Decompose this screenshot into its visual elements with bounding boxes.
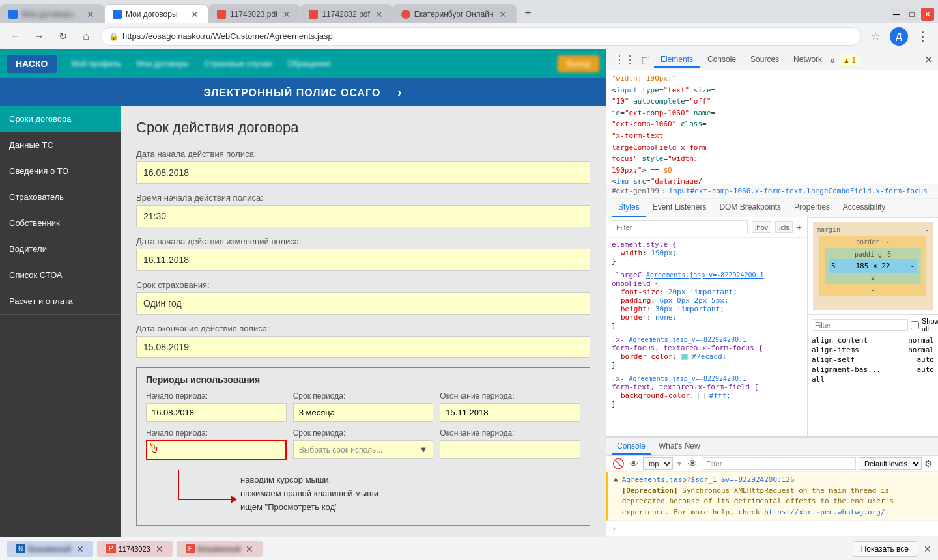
tab-close-5[interactable]: ✕ xyxy=(498,8,508,21)
style-block-large: .largeC Agreements.jasp_v=-822924200:1 o… xyxy=(612,271,802,330)
nav-appeals[interactable]: Обращения xyxy=(279,49,338,78)
header-arrow[interactable]: › xyxy=(397,85,403,99)
taskbar-close-3[interactable]: ✕ xyxy=(246,544,253,554)
devtools-inspect-icon[interactable]: ⬚ xyxy=(639,55,653,65)
taskbar-close-1[interactable]: ✕ xyxy=(76,544,84,554)
period-input-start-1[interactable] xyxy=(146,403,287,422)
taskbar-item-3[interactable]: P Безымянный ✕ xyxy=(177,541,263,557)
period-input-end-1[interactable] xyxy=(440,403,580,422)
label-end-date: Дата окончания действия полиса: xyxy=(136,324,590,333)
sidebar-item-drivers[interactable]: Водители xyxy=(0,236,121,262)
tab-close-3[interactable]: ✕ xyxy=(281,8,292,21)
code-line-6: "x-form-text xyxy=(612,130,933,142)
style-source-link-2[interactable]: Agreements.jasp_v=-822924200:1 xyxy=(629,336,747,343)
show-all-label: Show all xyxy=(922,317,938,333)
period-input-end-2[interactable] xyxy=(440,440,580,459)
tab-3[interactable]: 11743023.pdf ✕ xyxy=(208,4,300,23)
console-source-link[interactable]: Agreements.jasp?$scr_1 &v=-822924200:126 xyxy=(622,475,795,484)
tab-4[interactable]: 11742832.pdf ✕ xyxy=(300,4,392,23)
sidebar-item-insurer[interactable]: Страхователь xyxy=(0,184,121,210)
period-select-dur-2[interactable]: Выбрать срок исполь... ▼ xyxy=(293,440,434,459)
computed-filter-input[interactable] xyxy=(812,319,908,331)
breadcrumb-part-2[interactable]: input#ext-comp-1060.x-form-text.largeCom… xyxy=(668,187,927,195)
sidebar-item-vehicle[interactable]: Данные ТС xyxy=(0,132,121,158)
dropdown-arrow: ▼ xyxy=(675,459,683,468)
breadcrumb-part-1[interactable]: #ext-gen199 xyxy=(612,187,659,195)
nav-contracts[interactable]: Мои договоры xyxy=(129,49,197,78)
subtab-properties[interactable]: Properties xyxy=(788,199,836,217)
style-source-link-3[interactable]: Agreements.jasp_v=-822924200:1 xyxy=(629,375,747,382)
input-change-date[interactable] xyxy=(136,249,590,271)
console-context-dropdown[interactable]: top xyxy=(643,457,673,470)
style-block-element: element.style { width: 190px; } xyxy=(612,240,802,266)
menu-button[interactable]: ⋮ xyxy=(913,27,931,46)
show-all-checkbox[interactable] xyxy=(911,321,919,329)
back-button[interactable]: ← xyxy=(7,27,25,46)
tab-1[interactable]: Мои договоры ✕ xyxy=(0,4,104,23)
forward-button[interactable]: → xyxy=(30,27,48,46)
deprecation-help-link[interactable]: https://xhr.spec.whatwg.org/ xyxy=(764,508,885,516)
input-duration[interactable] xyxy=(136,292,590,315)
sidebar-item-to[interactable]: Сведения о ТО xyxy=(0,158,121,184)
devtools-tab-sources[interactable]: Sources xyxy=(744,52,786,68)
subtab-dom-breakpoints[interactable]: DOM Breakpoints xyxy=(713,199,788,217)
restore-button[interactable]: □ xyxy=(905,8,918,21)
taskbar-item-1[interactable]: N Безымянный ✕ xyxy=(7,541,93,557)
input-start-time[interactable] xyxy=(136,205,590,227)
period-label-dur-2: Срок периода: xyxy=(293,428,434,438)
show-all-button[interactable]: Показать все xyxy=(853,541,917,557)
tab-2[interactable]: Мои договоры ✕ xyxy=(104,4,208,23)
address-box[interactable]: 🔒 https://eosago.nasko.ru/WebCustomer/Ag… xyxy=(100,27,861,46)
tab-close-1[interactable]: ✕ xyxy=(85,8,96,21)
box-model-border: border - padding 6 5 xyxy=(819,236,926,296)
home-button[interactable]: ⌂ xyxy=(77,27,95,46)
period-input-dur-1[interactable] xyxy=(293,403,434,422)
taskbar-item-2[interactable]: P 11743023 ✕ xyxy=(97,541,173,557)
nav-profile[interactable]: Мой профиль xyxy=(63,49,129,78)
devtools-tab-elements[interactable]: Elements xyxy=(654,52,700,68)
period-input-start-2[interactable] xyxy=(146,440,287,460)
nav-insurance[interactable]: Страховые случаи xyxy=(196,49,279,78)
style-prop-val-height: 30px !important; xyxy=(655,305,724,313)
console-eye-button[interactable]: 👁 xyxy=(627,457,640,470)
style-source-link-1[interactable]: Agreements.jasp_v=-822924200:1 xyxy=(646,272,764,279)
console-clear-button[interactable]: 🚫 xyxy=(612,457,625,470)
sidebar-item-owner[interactable]: Собственник xyxy=(0,210,121,236)
hov-button[interactable]: :hov xyxy=(752,221,772,233)
console-level-dropdown[interactable]: Default levels xyxy=(859,457,922,470)
bookmark-button[interactable]: ☆ xyxy=(866,27,885,46)
console-tab-whatsnew[interactable]: What's New xyxy=(653,439,705,455)
console-settings-icon[interactable]: ⚙ xyxy=(924,458,933,469)
sidebar-item-contracts[interactable]: Сроки договора xyxy=(0,106,121,132)
devtools-tab-console[interactable]: Console xyxy=(701,52,743,68)
devtools-close-button[interactable]: ✕ xyxy=(924,53,933,66)
devtools-tab-network[interactable]: Network xyxy=(787,52,829,68)
input-end-date[interactable] xyxy=(136,336,590,358)
sidebar-item-payment[interactable]: Расчет и оплата xyxy=(0,288,121,315)
taskbar-close-2[interactable]: ✕ xyxy=(156,544,163,554)
close-button[interactable]: ✕ xyxy=(921,8,934,21)
console-tab-console[interactable]: Console xyxy=(612,439,651,455)
console-visible-button[interactable]: 👁 xyxy=(686,457,699,470)
input-start-date[interactable] xyxy=(136,161,590,184)
devtools-more[interactable]: » xyxy=(830,55,835,65)
console-filter-input[interactable] xyxy=(702,457,856,470)
new-tab-button[interactable]: + xyxy=(519,4,537,22)
exit-button[interactable]: Выход xyxy=(558,55,599,72)
subtab-styles[interactable]: Styles xyxy=(612,199,646,217)
minimize-button[interactable]: ─ xyxy=(890,8,903,21)
add-style-button[interactable]: + xyxy=(797,222,802,232)
reload-button[interactable]: ↻ xyxy=(53,27,72,46)
subtab-accessibility[interactable]: Accessibility xyxy=(836,199,892,217)
sidebar-item-stoa[interactable]: Список СТОА xyxy=(0,262,121,288)
tab-close-2[interactable]: ✕ xyxy=(190,8,200,21)
devtools-drag-icon[interactable]: ⋮⋮ xyxy=(612,53,638,66)
cls-button[interactable]: .cls xyxy=(775,221,793,233)
tab-close-4[interactable]: ✕ xyxy=(374,8,384,21)
style-selector-large: .largeC xyxy=(612,271,642,279)
user-avatar[interactable]: Д xyxy=(890,27,908,46)
subtab-event-listeners[interactable]: Event Listeners xyxy=(646,199,713,217)
taskbar-panel-close[interactable]: ✕ xyxy=(924,544,931,554)
styles-filter-input[interactable] xyxy=(612,220,748,234)
tab-5[interactable]: Екатеринбург Онлайн ✕ xyxy=(393,4,517,23)
